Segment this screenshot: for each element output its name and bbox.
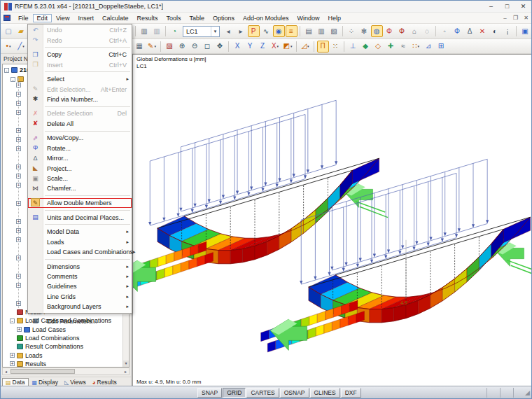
tree-expander-icon[interactable]: + xyxy=(16,146,21,151)
menu-item-dimensions[interactable]: Dimensions▸ xyxy=(28,261,132,271)
toggle-dxf[interactable]: DXF xyxy=(341,388,361,398)
select-special-icon[interactable]: ▨ xyxy=(164,41,176,52)
tree-expander-icon[interactable]: + xyxy=(10,361,15,366)
info-tool-icon[interactable]: ¡ xyxy=(502,25,514,37)
tree-expander-icon[interactable]: + xyxy=(16,228,21,233)
menu-item-model-data[interactable]: Model Data▸ xyxy=(28,227,132,237)
previous-loadcase-icon[interactable]: ◂ xyxy=(223,25,234,37)
menu-item-find-via-number-[interactable]: ✱Find via Number... xyxy=(28,94,132,104)
guideline-toggle-icon[interactable]: ⁙ xyxy=(330,41,342,52)
tree-expander-icon[interactable]: + xyxy=(16,164,21,169)
tree-expander-icon[interactable]: + xyxy=(16,255,21,260)
tree-expander-icon[interactable]: + xyxy=(16,137,21,142)
tree-expander-icon[interactable]: + xyxy=(16,283,21,288)
dropdown-caret-icon[interactable]: ▾ xyxy=(290,41,293,52)
tree-item-loads[interactable]: +Loads xyxy=(10,351,43,360)
show-result-values-icon[interactable]: ◉ xyxy=(273,25,285,37)
tree-expander-icon[interactable]: + xyxy=(16,110,21,115)
panel-toggle-icon[interactable]: ▣ xyxy=(519,25,531,37)
scroll-down-icon[interactable]: ▾ xyxy=(123,360,129,367)
mdi-restore-button[interactable]: ❐ xyxy=(510,13,521,23)
zoom-window-icon[interactable]: ◻ xyxy=(202,41,214,52)
new-node-icon[interactable]: •▾ xyxy=(3,41,15,52)
menu-item-chamfer-[interactable]: ⋈Chamfer... xyxy=(28,183,132,193)
render-solid-icon[interactable]: ◆ xyxy=(360,41,372,52)
tree-item-load-combinations[interactable]: Load Combinations xyxy=(17,334,80,342)
tree-expander-icon[interactable]: + xyxy=(16,237,21,242)
minimize-button[interactable]: – xyxy=(483,1,499,13)
axes-toggle-icon[interactable]: ⊥ xyxy=(347,41,359,52)
load-case-selector[interactable]: LC1 ▼ xyxy=(183,26,220,37)
rotate-tool-icon[interactable]: Φ xyxy=(451,25,463,37)
menu-item-edit-parameters-[interactable]: ▦Edit Parameters... xyxy=(28,316,132,326)
tree-item-load-cases[interactable]: +Load Cases xyxy=(17,326,66,334)
zoom-in-icon[interactable]: ⊕ xyxy=(176,41,188,52)
workplane-icon[interactable]: ◿▾ xyxy=(300,41,312,52)
menu-item-background-layers[interactable]: Background Layers▸ xyxy=(28,302,132,312)
toggle-glines[interactable]: GLINES xyxy=(310,388,340,398)
menu-view[interactable]: View xyxy=(52,14,74,22)
mass-print-icon[interactable]: ▥ xyxy=(316,25,328,37)
edit-mode-icon[interactable]: ✎▾ xyxy=(146,41,158,52)
dropdown-caret-icon[interactable]: ▾ xyxy=(307,41,309,52)
open-model-icon[interactable]: ▰ xyxy=(15,25,27,37)
perspective-toggle-icon[interactable]: ◐ xyxy=(489,25,501,37)
show-loads-icon[interactable]: P xyxy=(248,25,260,37)
menu-options[interactable]: Options xyxy=(209,14,239,22)
results-diagram-icon[interactable]: ∿ xyxy=(260,25,272,37)
menu-item-scale-[interactable]: ▣Scale... xyxy=(28,174,132,183)
menu-item-delete-all[interactable]: ✘Delete All xyxy=(28,119,132,129)
toggle-cartes[interactable]: CARTES xyxy=(246,388,279,398)
menu-insert[interactable]: Insert xyxy=(74,14,98,22)
close-button[interactable]: ✕ xyxy=(515,1,531,13)
display-settings-icon[interactable]: ✻ xyxy=(358,25,370,37)
table-hide-icon[interactable]: ▥ xyxy=(151,25,163,37)
building-story-icon[interactable]: ⌂ xyxy=(409,25,421,37)
view-z-icon[interactable]: Z xyxy=(257,41,269,52)
menu-add-on-modules[interactable]: Add-on Modules xyxy=(239,14,293,22)
find-object-icon[interactable]: ◌ xyxy=(421,25,433,37)
maximize-button[interactable]: □ xyxy=(499,1,515,13)
display-properties-icon[interactable]: ◍ xyxy=(371,25,383,37)
tree-expander-icon[interactable]: + xyxy=(16,301,21,306)
scroll-left-icon[interactable]: ◂ xyxy=(3,369,9,374)
toggle-snap[interactable]: SNAP xyxy=(197,388,222,398)
tree-expander-icon[interactable]: + xyxy=(17,327,22,332)
pan-view-icon[interactable]: ✥ xyxy=(214,41,226,52)
print-graphic-icon[interactable]: ▤ xyxy=(303,25,315,37)
menu-file[interactable]: File xyxy=(14,14,33,22)
copy-graphic-icon[interactable]: ▧ xyxy=(328,25,340,37)
table-show-icon[interactable]: ▥ xyxy=(139,25,150,37)
dropdown-caret-icon[interactable]: ▾ xyxy=(22,41,24,52)
rotate-view-cw-icon[interactable]: Φ xyxy=(384,25,396,37)
view-x-icon[interactable]: X xyxy=(232,41,244,52)
new-line-icon[interactable]: ╱▾ xyxy=(15,41,27,52)
menu-item-project-[interactable]: ◣Project... xyxy=(28,163,132,173)
menu-calculate[interactable]: Calculate xyxy=(98,14,133,22)
menu-item-allow-double-members[interactable]: ✎Allow Double Members xyxy=(28,198,132,208)
render-transparent-icon[interactable]: ◇ xyxy=(372,41,384,52)
next-loadcase-icon[interactable]: ▸ xyxy=(235,25,247,37)
menu-item-rotate-[interactable]: ΦRotate... xyxy=(28,144,132,153)
menu-edit[interactable]: Edit xyxy=(33,14,52,22)
isometric-view-icon[interactable]: ◩▾ xyxy=(282,41,294,52)
menu-item-loads[interactable]: Loads▸ xyxy=(28,237,132,246)
toggle-grid[interactable]: GRID xyxy=(223,388,246,398)
clipping-plane-icon[interactable]: ⊿ xyxy=(423,41,435,52)
tree-item-result-combinations[interactable]: Result Combinations xyxy=(17,342,83,351)
tree-expander-icon[interactable]: + xyxy=(16,201,21,206)
full-tables-icon[interactable]: ⊞ xyxy=(435,41,447,52)
tree-item-results[interactable]: +Results xyxy=(10,360,46,368)
menu-item-move-copy-[interactable]: ⇗Move/Copy... xyxy=(28,133,132,143)
tree-expander-icon[interactable]: + xyxy=(16,101,21,106)
resize-grip[interactable]: ◢ xyxy=(525,389,530,396)
color-scale-icon[interactable]: ✚ xyxy=(385,41,397,52)
menu-help[interactable]: Help xyxy=(324,14,346,22)
tree-expander-icon[interactable]: + xyxy=(16,83,21,88)
scroll-right-icon[interactable]: ▸ xyxy=(122,369,129,374)
zoom-out-icon[interactable]: ⊖ xyxy=(189,41,201,52)
menu-table[interactable]: Table xyxy=(185,14,209,22)
menu-results[interactable]: Results xyxy=(132,14,162,22)
regenerate-model-icon[interactable]: ⁘ xyxy=(346,25,358,37)
menu-item-mirror-[interactable]: ΔMirror... xyxy=(28,153,132,163)
